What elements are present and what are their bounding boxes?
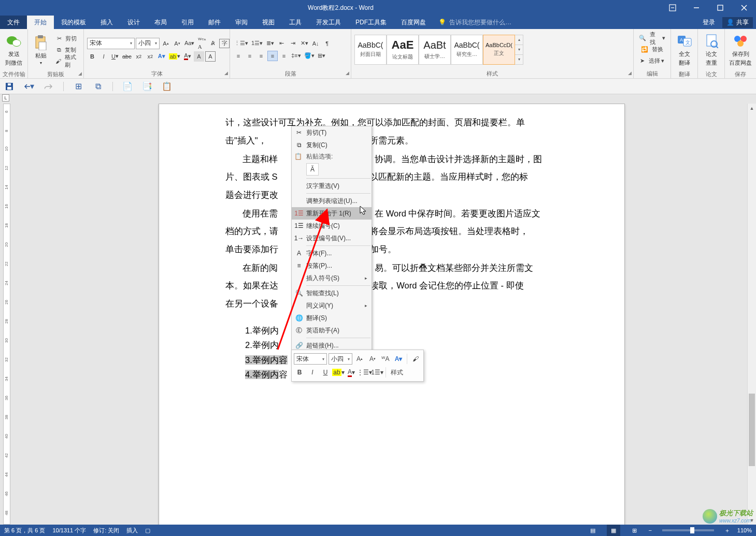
align-center-button[interactable]: ≡: [245, 51, 255, 61]
qat-btn-1[interactable]: ⊞: [73, 81, 83, 92]
mini-bold[interactable]: B: [294, 367, 305, 378]
status-insert-mode[interactable]: 插入: [126, 527, 138, 534]
paste-button[interactable]: 粘贴▾: [31, 31, 51, 68]
tab-mytemplates[interactable]: 我的模板: [54, 16, 93, 29]
style-cover-date[interactable]: AaBbC(封面日期: [354, 35, 387, 65]
tab-mailings[interactable]: 邮件: [201, 16, 228, 29]
paper-check-button[interactable]: 论文查重: [701, 31, 721, 68]
distributed-button[interactable]: ≡: [279, 51, 289, 61]
select-button[interactable]: ➤ 选择▾: [637, 56, 667, 66]
font-dialog-launcher[interactable]: ◢: [224, 70, 228, 76]
shading-button[interactable]: 🪣▾: [303, 51, 316, 61]
tell-me[interactable]: 💡 告诉我您想要做什么…: [433, 16, 511, 29]
style-normal[interactable]: AaBbCcD(正文: [483, 35, 515, 65]
mini-shrink-font[interactable]: A▾: [367, 353, 378, 365]
status-page[interactable]: 第 6 页，共 6 页: [4, 527, 45, 534]
tab-home[interactable]: 开始: [27, 16, 54, 29]
mini-format-painter[interactable]: 🖌: [410, 353, 421, 365]
character-shading-button[interactable]: A: [194, 51, 204, 62]
cut-button[interactable]: ✂ 剪切: [53, 33, 80, 44]
highlight-button[interactable]: ab▾: [168, 51, 181, 62]
zoom-slider[interactable]: [662, 529, 714, 531]
style-grad[interactable]: AaBbC(研究生…: [451, 35, 483, 65]
bold-button[interactable]: B: [87, 51, 97, 62]
ctx-set-numbering-value[interactable]: 1→设置编号值(V)...: [292, 232, 372, 244]
style-paper-title[interactable]: AaE论文标题: [387, 35, 419, 65]
phonetic-guide-button[interactable]: ᵂᵉⁿA: [196, 38, 207, 49]
find-button[interactable]: 🔍 查找▾: [637, 33, 667, 44]
font-size-combo[interactable]: 小四▾: [136, 38, 160, 49]
tab-selector[interactable]: L: [2, 94, 9, 102]
zoom-in[interactable]: ＋: [724, 527, 730, 534]
clear-formatting-button[interactable]: A̷: [208, 38, 218, 49]
line-spacing-button[interactable]: ‡≡▾: [290, 51, 302, 61]
strikethrough-button[interactable]: abc: [121, 51, 133, 62]
ctx-adjust-list-indent[interactable]: 调整列表缩进(U)...: [292, 195, 372, 207]
vertical-ruler[interactable]: 6810121416182022242628303234363840424446…: [0, 104, 13, 525]
align-left-button[interactable]: ≡: [233, 51, 244, 61]
ctx-insert-symbol[interactable]: 插入符号(S)▸: [292, 272, 372, 284]
justify-button[interactable]: ≡: [267, 51, 278, 61]
view-web-layout[interactable]: ⊞: [627, 525, 641, 536]
ctx-font[interactable]: A字体(F)...: [292, 247, 372, 259]
mini-styles[interactable]: 样式: [389, 367, 405, 378]
ctx-paragraph[interactable]: ≡段落(P)...: [292, 259, 372, 272]
maximize-icon[interactable]: [708, 0, 732, 16]
ctx-restart-at-1[interactable]: 1☰重新开始于 1(R): [292, 207, 372, 220]
document-page[interactable]: 计，这些设计可互为补充。例如，您可以添加匹配的封面、页眉和提要栏。单 击"插入"…: [159, 104, 625, 525]
scroll-thumb[interactable]: [749, 394, 755, 466]
superscript-button[interactable]: x2: [145, 51, 155, 62]
status-word-count[interactable]: 10/1311 个字: [52, 527, 86, 534]
tab-file[interactable]: 文件: [0, 16, 27, 29]
tab-pdftools[interactable]: PDF工具集: [348, 16, 394, 29]
asian-layout-button[interactable]: ✕▾: [299, 38, 309, 49]
character-border-button[interactable]: A: [205, 51, 216, 62]
tab-developer[interactable]: 开发工具: [309, 16, 348, 29]
align-right-button[interactable]: ≡: [256, 51, 266, 61]
borders-button[interactable]: ⊞▾: [317, 51, 327, 61]
styles-scroll[interactable]: ▴▾▾: [515, 35, 523, 65]
mini-font-color[interactable]: A▾: [346, 367, 357, 378]
numbering-button[interactable]: 1☰▾: [250, 38, 264, 49]
ctx-translate[interactable]: 🌐翻译(S): [292, 312, 372, 324]
ctx-smart-lookup[interactable]: 🔍智能查找(L): [292, 287, 372, 299]
ctx-continue-numbering[interactable]: 1☰继续编号(C): [292, 220, 372, 232]
change-case-button[interactable]: Aa▾: [183, 38, 195, 49]
text-effects-button[interactable]: A▾: [156, 51, 167, 62]
ctx-hanzi-reselect[interactable]: 汉字重选(V): [292, 180, 372, 192]
full-translate-button[interactable]: A文 全文翻译: [674, 31, 694, 68]
minimize-icon[interactable]: [684, 0, 708, 16]
multilevel-list-button[interactable]: ≣▾: [265, 38, 275, 49]
status-revision[interactable]: 修订: 关闭: [93, 527, 119, 534]
sort-button[interactable]: A↓: [310, 38, 321, 49]
mini-font-name-combo[interactable]: 宋体▾: [294, 353, 327, 365]
underline-button[interactable]: U▾: [110, 51, 120, 62]
paragraph-dialog-launcher[interactable]: ◢: [346, 70, 349, 76]
tab-references[interactable]: 引用: [174, 16, 201, 29]
undo-button[interactable]: ▾: [24, 81, 34, 92]
mini-grow-font[interactable]: A▴: [354, 353, 365, 365]
share-button[interactable]: 👤 共享: [722, 17, 753, 28]
ctx-cut[interactable]: ✂剪切(T): [292, 126, 372, 139]
format-painter-button[interactable]: 🖌 格式刷: [53, 56, 80, 66]
increase-indent-button[interactable]: ⇥: [288, 38, 298, 49]
replace-button[interactable]: 🔁 替换: [637, 45, 667, 55]
qat-btn-2[interactable]: ⧉: [93, 81, 103, 92]
show-marks-button[interactable]: ¶: [322, 38, 332, 49]
font-name-combo[interactable]: 宋体▾: [87, 38, 135, 49]
bullets-button[interactable]: ⋮☰▾: [233, 38, 249, 49]
mini-font-size-combo[interactable]: 小四▾: [329, 353, 352, 365]
tab-tools[interactable]: 工具: [282, 16, 309, 29]
ctx-paste-option-keep-text[interactable]: Ă: [292, 162, 372, 177]
styles-dialog-launcher[interactable]: ◢: [628, 70, 632, 76]
ribbon-options-icon[interactable]: [661, 0, 684, 16]
close-icon[interactable]: [732, 0, 756, 16]
ctx-english-helper[interactable]: Ⓔ英语助手(A): [292, 324, 372, 337]
mini-numbering[interactable]: 1☰▾: [372, 367, 383, 378]
tab-view[interactable]: 视图: [255, 16, 282, 29]
mini-italic[interactable]: I: [307, 367, 318, 378]
redo-button[interactable]: [44, 81, 54, 92]
decrease-indent-button[interactable]: ⇤: [276, 38, 287, 49]
clipboard-dialog-launcher[interactable]: ◢: [78, 71, 82, 76]
font-color-button[interactable]: A▾: [182, 51, 193, 62]
